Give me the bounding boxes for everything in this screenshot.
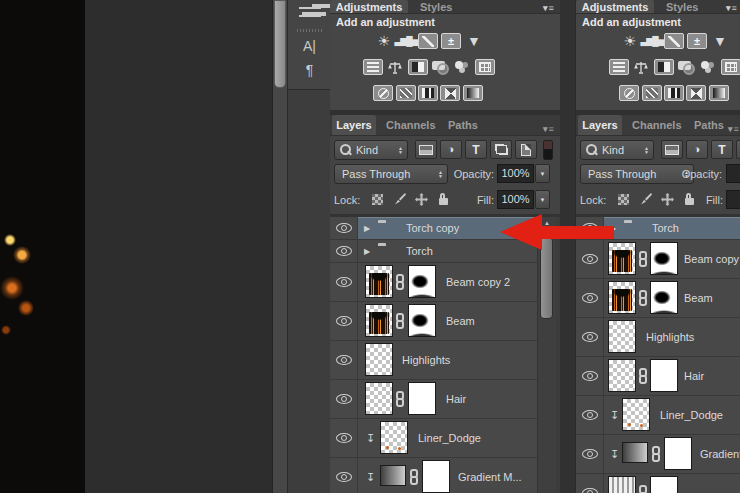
visibility-toggle[interactable] xyxy=(576,474,604,493)
visibility-toggle[interactable] xyxy=(330,240,358,262)
vibrance-icon[interactable]: ▼ xyxy=(710,33,730,49)
tab-styles[interactable]: Styles xyxy=(420,0,452,13)
visibility-toggle[interactable] xyxy=(330,341,358,379)
color-balance-icon[interactable] xyxy=(631,59,651,75)
layer-mask-thumbnail[interactable] xyxy=(422,460,450,493)
brightness-contrast-icon[interactable]: ☀ xyxy=(620,33,640,49)
tab-layers[interactable]: Layers xyxy=(578,115,622,135)
visibility-toggle[interactable] xyxy=(330,458,358,493)
posterize-icon[interactable] xyxy=(642,85,662,101)
layer-row-liner-dodge[interactable]: ↧ Liner_Dodge xyxy=(576,396,740,435)
tab-channels[interactable]: Channels xyxy=(386,115,436,135)
layer-thumbnail[interactable] xyxy=(608,242,636,275)
layer-thumbnail[interactable] xyxy=(365,343,393,376)
photo-filter-icon[interactable] xyxy=(676,59,696,75)
photo-filter-icon[interactable] xyxy=(430,59,450,75)
layer-list-scrollbar[interactable]: ▲ xyxy=(537,217,556,493)
tab-channels[interactable]: Channels xyxy=(632,115,682,135)
layer-thumbnail[interactable] xyxy=(380,421,408,454)
tab-paths[interactable]: Paths xyxy=(694,115,724,135)
fill-dropdown-button[interactable]: ▼ xyxy=(535,190,550,209)
layer-thumbnail[interactable] xyxy=(365,382,393,415)
blend-mode-dropdown[interactable]: Pass Through ▲▼ xyxy=(334,164,448,184)
hue-saturation-icon[interactable] xyxy=(363,59,383,75)
fill-value[interactable] xyxy=(726,190,740,209)
layers-panel-menu-icon[interactable]: ▾≡ xyxy=(543,119,555,139)
visibility-toggle[interactable] xyxy=(576,435,604,473)
visibility-toggle[interactable] xyxy=(330,380,358,418)
filter-pixel-layers-button[interactable] xyxy=(661,140,683,159)
layer-row-hair[interactable]: Hair xyxy=(330,380,560,419)
tab-adjustments[interactable]: Adjustments xyxy=(330,0,408,13)
layer-thumbnail[interactable] xyxy=(622,398,650,431)
canvas-scrollbar[interactable] xyxy=(272,0,287,493)
lock-position-button[interactable] xyxy=(412,191,430,207)
lock-image-pixels-button[interactable] xyxy=(390,191,408,207)
layer-row-partial[interactable] xyxy=(576,474,740,493)
invert-icon[interactable] xyxy=(619,85,639,101)
layer-mask-thumbnail[interactable] xyxy=(650,359,678,392)
gradient-map-icon[interactable] xyxy=(463,85,483,101)
expand-triangle-icon[interactable]: ▶ xyxy=(364,225,370,233)
selective-color-icon[interactable] xyxy=(440,85,460,101)
adjustment-thumbnail[interactable] xyxy=(622,442,648,463)
filter-type-layers-button[interactable]: T xyxy=(465,140,487,159)
canvas-scrollbar-thumb[interactable] xyxy=(274,0,286,88)
tab-adjustments[interactable]: Adjustments xyxy=(576,0,654,13)
color-balance-icon[interactable] xyxy=(385,59,405,75)
black-white-icon[interactable] xyxy=(654,59,674,75)
visibility-toggle[interactable] xyxy=(576,318,604,356)
fill-value[interactable]: 100% xyxy=(497,190,534,209)
opacity-value[interactable]: 100% xyxy=(497,164,534,183)
vibrance-icon[interactable]: ▼ xyxy=(464,33,484,49)
paragraph-panel-icon[interactable]: ¶ xyxy=(288,58,331,82)
filter-shape-layers-button[interactable] xyxy=(736,140,740,159)
filter-adjustment-layers-button[interactable]: ◑ xyxy=(440,140,462,159)
tab-paths[interactable]: Paths xyxy=(448,115,478,135)
dock-gripper[interactable] xyxy=(297,29,323,32)
sliders-icon[interactable] xyxy=(288,0,331,26)
layer-thumbnail[interactable] xyxy=(365,265,393,298)
threshold-icon[interactable] xyxy=(664,85,684,101)
levels-icon[interactable]: ▃▆█▅ xyxy=(396,33,416,49)
filter-shape-layers-button[interactable] xyxy=(490,140,512,159)
layer-mask-thumbnail[interactable] xyxy=(650,281,678,314)
layer-thumbnail[interactable] xyxy=(608,281,636,314)
layer-row-hair[interactable]: Hair xyxy=(576,357,740,396)
visibility-toggle[interactable] xyxy=(576,240,604,278)
visibility-toggle[interactable] xyxy=(576,279,604,317)
layer-row-liner-dodge[interactable]: ↧ Liner_Dodge xyxy=(330,419,560,458)
layer-thumbnail[interactable] xyxy=(608,359,636,392)
kind-filter-dropdown[interactable]: Kind ▲▼ xyxy=(334,140,408,160)
layer-row-beam[interactable]: Beam xyxy=(576,279,740,318)
exposure-icon[interactable] xyxy=(687,33,707,49)
filter-pixel-layers-button[interactable] xyxy=(415,140,437,159)
layer-row-beam-copy-2[interactable]: Beam copy 2 xyxy=(330,263,560,302)
layer-mask-thumbnail[interactable] xyxy=(664,437,692,470)
selective-color-icon[interactable] xyxy=(686,85,706,101)
color-lookup-icon[interactable] xyxy=(721,59,740,75)
layer-row-beam-copy-2[interactable]: Beam copy 2 xyxy=(576,240,740,279)
layer-thumbnail[interactable] xyxy=(365,304,393,337)
threshold-icon[interactable] xyxy=(418,85,438,101)
hue-saturation-icon[interactable] xyxy=(609,59,629,75)
layer-thumbnail[interactable] xyxy=(608,476,636,493)
panel-menu-icon[interactable]: ▾≡ xyxy=(726,1,738,14)
layer-mask-thumbnail[interactable] xyxy=(408,382,436,415)
posterize-icon[interactable] xyxy=(396,85,416,101)
lock-transparent-pixels-button[interactable] xyxy=(368,191,386,207)
curves-icon[interactable] xyxy=(664,33,684,49)
visibility-toggle[interactable] xyxy=(330,302,358,340)
layer-mask-thumbnail[interactable] xyxy=(408,304,436,337)
layer-row-beam[interactable]: Beam xyxy=(330,302,560,341)
curves-icon[interactable] xyxy=(418,33,438,49)
opacity-dropdown-button[interactable]: ▼ xyxy=(535,164,550,183)
levels-icon[interactable]: ▃▆█▅ xyxy=(642,33,662,49)
filter-smart-objects-button[interactable] xyxy=(515,140,537,159)
filter-adjustment-layers-button[interactable]: ◑ xyxy=(686,140,708,159)
kind-filter-dropdown[interactable]: Kind ▲▼ xyxy=(580,140,654,160)
color-lookup-icon[interactable] xyxy=(475,59,495,75)
lock-image-pixels-button[interactable] xyxy=(636,191,654,207)
layer-row-gradient-map[interactable]: ↧ Gradient M... xyxy=(576,435,740,474)
visibility-toggle[interactable] xyxy=(330,419,358,457)
